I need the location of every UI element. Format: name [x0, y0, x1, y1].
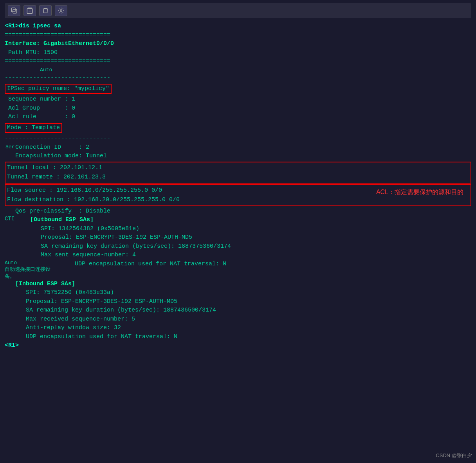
flow-section: Flow source : 192.168.10.0/255.255.255.0… — [5, 184, 471, 206]
dash-line-1: ------------------------------ — [5, 74, 471, 83]
tunnel-remote-line: Tunnel remote : 202.101.23.3 — [7, 173, 469, 182]
toolbar — [5, 3, 471, 18]
outbound-section: [Outbound ESP SAs] SPI: 1342564382 (0x50… — [20, 216, 471, 260]
command-prompt: <R1>dis ipsec sa — [5, 22, 471, 31]
outbound-proposal: Proposal: ESP-ENCRYPT-3DES-192 ESP-AUTH-… — [20, 233, 471, 242]
svg-rect-0 — [11, 8, 15, 12]
inbound-header: [Inbound ESP SAs] — [5, 280, 471, 289]
final-prompt: <R1> — [5, 341, 471, 350]
acl-group-line: Acl Group : 0 — [5, 104, 471, 113]
outbound-spi: SPI: 1342564382 (0x5005e81e) — [20, 225, 471, 234]
inbound-duration: SA remaining key duration (bytes/sec): 1… — [5, 306, 471, 315]
outbound-header: [Outbound ESP SAs] — [20, 216, 471, 225]
inbound-udp: UDP encapsulation used for NAT traversal… — [5, 333, 471, 342]
inbound-replay: Anti-replay window size: 32 — [5, 324, 471, 333]
auto-udp-row: Auto 自动选择接口连接设 备。 UDP encapsulation used… — [5, 260, 471, 280]
outbound-duration: SA remaining key duration (bytes/sec): 1… — [20, 242, 471, 251]
copy-button[interactable] — [8, 5, 20, 16]
settings-button[interactable] — [55, 5, 67, 16]
watermark: CSDN @张白夕 — [436, 452, 472, 459]
outbound-udp: UDP encapsulation used for NAT traversal… — [54, 260, 226, 269]
outbound-seq: Max sent sequence-number: 4 — [20, 251, 471, 260]
cti-label: CTI — [5, 216, 16, 222]
sequence-number-line: Sequence number : 1 — [5, 95, 471, 104]
paste-button[interactable] — [23, 5, 36, 16]
connection-id-line: Connection ID : 2 — [5, 143, 471, 152]
connection-section: Ser Connection ID : 2 — [5, 143, 471, 152]
separator-top: ============================== — [5, 31, 471, 40]
interface-line: Interface: GigabitEthernet0/0/0 — [5, 40, 471, 49]
auto-label: Auto — [5, 66, 471, 74]
svg-point-6 — [60, 10, 62, 12]
inbound-seq: Max received sequence-number: 5 — [5, 315, 471, 324]
tunnel-highlight-block: Tunnel local : 202.101.12.1 Tunnel remot… — [5, 162, 471, 184]
qos-line: Qos pre-classify : Disable — [5, 207, 471, 216]
acl-annotation: ACL：指定需要保护的源和目的 — [376, 188, 463, 196]
svg-rect-1 — [13, 9, 17, 13]
mode-row: Mode : Template — [5, 123, 471, 134]
outbound-udp-container: UDP encapsulation used for NAT traversal… — [54, 260, 226, 269]
flow-dest-line: Flow destination : 192.168.20.0/255.255.… — [7, 195, 469, 205]
clear-button[interactable] — [39, 5, 52, 16]
ipsec-policy-row: IPSec policy name: "mypolicy" — [5, 83, 471, 95]
mode-highlight: Mode : Template — [5, 123, 62, 133]
separator-2: ============================== — [5, 57, 471, 66]
encap-mode-line: Encapsulation mode: Tunnel — [5, 152, 471, 161]
inbound-proposal: Proposal: ESP-ENCRYPT-3DES-192 ESP-AUTH-… — [5, 297, 471, 306]
terminal-window: <R1>dis ipsec sa =======================… — [0, 0, 476, 463]
inbound-spi: SPI: 75752250 (0x483e33a) — [5, 288, 471, 297]
auto-label2: Auto 自动选择接口连接设 备。 — [5, 260, 50, 280]
ser-label: Ser — [5, 143, 14, 151]
path-mtu-line: Path MTU: 1500 — [5, 49, 471, 58]
tunnel-local-line: Tunnel local : 202.101.12.1 — [7, 163, 469, 173]
dash-line-2: ------------------------------ — [5, 134, 471, 143]
acl-rule-line: Acl rule : 0 — [5, 113, 471, 122]
ipsec-policy-highlight: IPSec policy name: "mypolicy" — [5, 84, 112, 94]
cti-row: CTI [Outbound ESP SAs] SPI: 1342564382 (… — [5, 216, 471, 260]
